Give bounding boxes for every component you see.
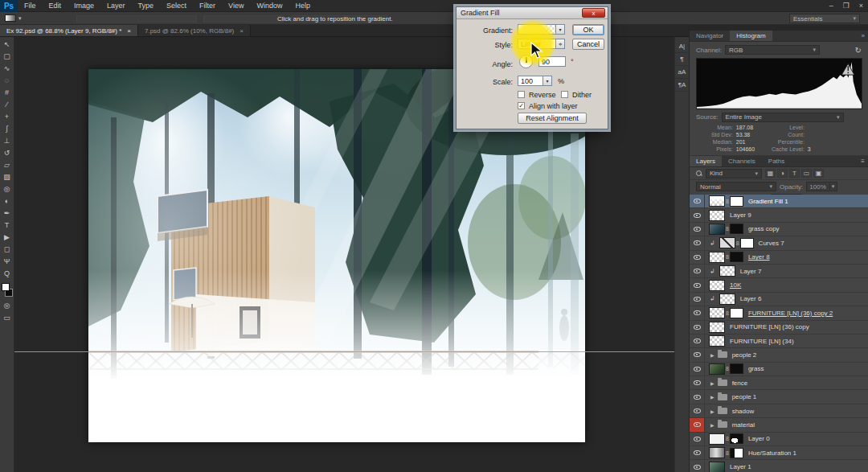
- menu-edit[interactable]: Edit: [43, 0, 68, 12]
- layer-thumbnail[interactable]: [709, 363, 725, 375]
- zoom-tool[interactable]: Q: [0, 268, 14, 280]
- visibility-toggle[interactable]: [690, 223, 705, 236]
- menu-view[interactable]: View: [222, 0, 250, 12]
- layer-thumbnail[interactable]: [709, 195, 725, 207]
- expand-group-icon[interactable]: ▶: [710, 352, 714, 358]
- lasso-tool[interactable]: ∿: [0, 63, 14, 75]
- align-with-layer-checkbox[interactable]: ✓: [518, 102, 525, 109]
- tab-paths[interactable]: Paths: [762, 156, 791, 166]
- dialog-close-button[interactable]: x: [582, 8, 605, 18]
- character-panel-icon[interactable]: A|: [675, 40, 690, 53]
- tab-navigator[interactable]: Navigator: [690, 31, 730, 41]
- clone-stamp-tool[interactable]: ⊥: [0, 135, 14, 147]
- menu-select[interactable]: Select: [160, 0, 193, 12]
- filter-adjustment-icon[interactable]: ◑: [777, 169, 788, 178]
- pen-tool[interactable]: ✒: [0, 207, 14, 220]
- layer-mask-thumbnail[interactable]: [730, 224, 743, 234]
- layer-mask-thumbnail[interactable]: [730, 252, 743, 262]
- scale-dropdown-button[interactable]: ▾: [543, 76, 552, 86]
- healing-brush-tool[interactable]: +: [0, 111, 14, 123]
- filter-kind-select[interactable]: Kind ▾: [706, 169, 762, 179]
- visibility-toggle[interactable]: [690, 321, 705, 334]
- layer-row-12[interactable]: ▶people 2: [690, 348, 868, 362]
- expand-group-icon[interactable]: ▶: [710, 422, 714, 428]
- history-brush-tool[interactable]: ↺: [0, 147, 14, 159]
- filter-shape-icon[interactable]: ▭: [801, 169, 812, 178]
- layer-row-10[interactable]: FURNITURE [LN] (36) copy: [690, 321, 868, 335]
- paragraph-styles-panel-icon[interactable]: ¶A: [675, 79, 690, 92]
- visibility-toggle[interactable]: [690, 376, 705, 389]
- menu-type[interactable]: Type: [132, 0, 161, 12]
- reverse-checkbox[interactable]: [518, 91, 525, 98]
- menu-filter[interactable]: Filter: [193, 0, 222, 12]
- screen-mode-icon[interactable]: ▭: [0, 312, 14, 324]
- collapse-panels-icon[interactable]: »: [862, 31, 865, 42]
- layer-thumbnail[interactable]: [719, 293, 735, 305]
- visibility-toggle[interactable]: [690, 335, 705, 347]
- layer-thumbnail[interactable]: [709, 335, 725, 347]
- filter-type-icon[interactable]: T: [789, 169, 800, 178]
- layer-thumbnail[interactable]: [719, 265, 735, 277]
- visibility-toggle[interactable]: [690, 433, 705, 445]
- visibility-toggle[interactable]: [690, 251, 705, 264]
- layer-row-13[interactable]: 8grass: [690, 363, 868, 376]
- layer-row-5[interactable]: 8Layer 8: [690, 251, 868, 265]
- visibility-toggle[interactable]: [690, 404, 705, 417]
- tab-channels[interactable]: Channels: [722, 156, 762, 166]
- layer-row-11[interactable]: FURNITURE [LN] (34): [690, 335, 868, 348]
- visibility-toggle[interactable]: [690, 348, 705, 361]
- visibility-toggle[interactable]: [690, 306, 705, 319]
- layer-thumbnail[interactable]: [709, 433, 725, 445]
- character-styles-panel-icon[interactable]: aA: [675, 66, 690, 79]
- layer-row-17[interactable]: ▶material: [690, 418, 868, 432]
- layer-mask-thumbnail[interactable]: [730, 308, 743, 318]
- layer-row-8[interactable]: ↲Layer 6: [690, 293, 868, 306]
- layer-thumbnail[interactable]: [709, 462, 725, 472]
- visibility-toggle[interactable]: [690, 363, 705, 376]
- gradient-dropdown-button[interactable]: ▾: [556, 24, 565, 35]
- paragraph-panel-icon[interactable]: ¶: [675, 53, 690, 66]
- layer-thumbnail[interactable]: [719, 237, 735, 248]
- layer-mask-thumbnail[interactable]: [730, 196, 743, 207]
- layer-row-9[interactable]: 8FURNITURE [LN] (36) copy 2: [690, 306, 868, 320]
- menu-window[interactable]: Window: [250, 0, 289, 12]
- menu-layer[interactable]: Layer: [100, 0, 132, 12]
- visibility-toggle[interactable]: [690, 195, 705, 207]
- layer-mask-thumbnail[interactable]: [740, 238, 754, 248]
- close-tab-icon[interactable]: ×: [127, 27, 131, 35]
- scale-input[interactable]: 100: [518, 76, 543, 86]
- layer-thumbnail[interactable]: [709, 447, 725, 458]
- opacity-input[interactable]: 100% ▾: [806, 182, 837, 191]
- crop-tool[interactable]: #: [0, 87, 14, 99]
- expand-group-icon[interactable]: ▶: [710, 408, 714, 414]
- visibility-toggle[interactable]: [690, 390, 705, 403]
- layer-row-2[interactable]: Layer 9: [690, 208, 868, 222]
- close-button[interactable]: ×: [859, 0, 863, 12]
- brush-tool[interactable]: ʃ: [0, 123, 14, 135]
- visibility-toggle[interactable]: [690, 460, 705, 472]
- menu-file[interactable]: File: [18, 0, 43, 12]
- blend-mode-select[interactable]: Normal ▾: [696, 182, 776, 191]
- layer-row-6[interactable]: ↲Layer 7: [690, 265, 868, 278]
- layer-row-15[interactable]: ▶people 1: [690, 390, 868, 404]
- minimize-button[interactable]: –: [829, 0, 833, 12]
- layer-row-1[interactable]: 8Gradient Fill 1: [690, 195, 868, 208]
- layer-thumbnail[interactable]: [709, 280, 725, 291]
- menu-help[interactable]: Help: [289, 0, 317, 12]
- layer-row-19[interactable]: 8Hue/Saturation 1: [690, 446, 868, 460]
- document-tab-2[interactable]: 7.psd @ 82.6% (10%, RGB/8#)×: [138, 25, 251, 36]
- filter-smart-object-icon[interactable]: ▣: [813, 169, 824, 178]
- cancel-button[interactable]: Cancel: [572, 39, 604, 50]
- style-spinner-button[interactable]: ≑: [556, 39, 565, 49]
- reset-alignment-button[interactable]: Reset Alignment: [518, 113, 587, 124]
- layer-mask-thumbnail[interactable]: [730, 448, 743, 458]
- layer-mask-thumbnail[interactable]: [730, 363, 743, 374]
- dodge-tool[interactable]: ◐: [0, 195, 14, 207]
- tab-histogram[interactable]: Histogram: [730, 31, 772, 41]
- expand-group-icon[interactable]: ▶: [710, 380, 714, 386]
- type-tool[interactable]: T: [0, 220, 14, 232]
- visibility-toggle[interactable]: [690, 208, 705, 221]
- path-selection-tool[interactable]: ▶: [0, 232, 14, 244]
- quick-selection-tool[interactable]: ◌: [0, 75, 14, 87]
- foreground-color-swatch[interactable]: [2, 283, 10, 291]
